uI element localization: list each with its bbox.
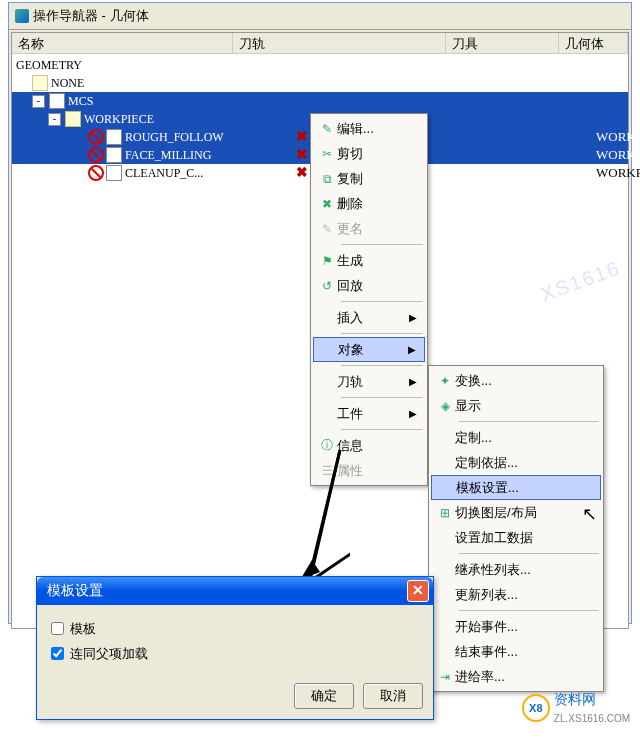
generate-icon: ⚑ <box>317 254 337 268</box>
watermark: X8 资料网 ZL.XS1616.COM <box>522 691 630 725</box>
column-headers: 名称 刀轨 刀具 几何体 <box>12 33 628 54</box>
layer-icon: ⊞ <box>435 506 455 520</box>
traj-x-icon: ✖ <box>296 165 308 180</box>
checkbox-template[interactable]: 模板 <box>47 619 423 638</box>
collapse-icon[interactable]: - <box>32 95 45 108</box>
menu-separator <box>341 244 423 245</box>
submenu-customize-based[interactable]: 定制依据... <box>431 450 601 475</box>
menu-rename: ✎更名 <box>313 216 425 241</box>
menu-workpiece[interactable]: 工件▶ <box>313 401 425 426</box>
menu-separator <box>341 301 423 302</box>
menu-copy[interactable]: ⧉复制 <box>313 166 425 191</box>
menu-edit[interactable]: ✎编辑... <box>313 116 425 141</box>
tree-row-none[interactable]: NONE <box>12 74 628 92</box>
col-tool[interactable]: 刀具 <box>446 33 559 53</box>
menu-properties: ☰属性 <box>313 458 425 483</box>
submenu-arrow-icon: ▶ <box>409 376 417 387</box>
submenu-transform[interactable]: ✦变换... <box>431 368 601 393</box>
menu-cut[interactable]: ✂剪切 <box>313 141 425 166</box>
submenu-start-event[interactable]: 开始事件... <box>431 614 601 639</box>
col-geometry[interactable]: 几何体 <box>559 33 628 53</box>
menu-separator <box>459 421 599 422</box>
edit-icon: ✎ <box>317 122 337 136</box>
menu-separator <box>341 429 423 430</box>
forbidden-icon <box>88 129 104 145</box>
close-button[interactable]: ✕ <box>407 580 429 602</box>
rename-icon: ✎ <box>317 222 337 236</box>
op-label: FACE_MILLING <box>125 146 211 164</box>
submenu-display[interactable]: ◈显示 <box>431 393 601 418</box>
dialog-body: 模板 连同父项加载 <box>37 605 433 677</box>
traj-x-icon: ✖ <box>296 147 308 162</box>
op-label: ROUGH_FOLLOW <box>125 128 224 146</box>
dialog-title: 模板设置 <box>47 582 103 600</box>
workpiece-label: WORKPIECE <box>84 110 154 128</box>
submenu-template-settings[interactable]: 模板设置... <box>431 475 601 500</box>
none-label: NONE <box>51 74 84 92</box>
submenu-arrow-icon: ▶ <box>409 408 417 419</box>
props-icon: ☰ <box>317 464 337 478</box>
menu-generate[interactable]: ⚑生成 <box>313 248 425 273</box>
watermark-logo-icon: X8 <box>522 694 550 722</box>
menu-separator <box>341 365 423 366</box>
copy-icon: ⧉ <box>317 172 337 186</box>
menu-delete[interactable]: ✖删除 <box>313 191 425 216</box>
delete-icon: ✖ <box>317 197 337 211</box>
menu-replay[interactable]: ↺回放 <box>313 273 425 298</box>
menu-toolpath[interactable]: 刀轨▶ <box>313 369 425 394</box>
submenu-arrow-icon: ▶ <box>408 344 416 355</box>
dialog-titlebar[interactable]: 模板设置 ✕ <box>37 577 433 605</box>
mcs-icon <box>49 93 65 109</box>
submenu-feedrate[interactable]: ⇥进给率... <box>431 664 601 689</box>
context-menu: ✎编辑... ✂剪切 ⧉复制 ✖删除 ✎更名 ⚑生成 ↺回放 插入▶ 对象▶ 刀… <box>310 113 428 486</box>
window-titlebar: 操作导航器 - 几何体 <box>9 3 631 30</box>
display-icon: ◈ <box>435 399 455 413</box>
checkbox-template-input[interactable] <box>51 622 64 635</box>
menu-separator <box>459 553 599 554</box>
watermark-site: 资料网 <box>554 691 596 707</box>
mcs-label: MCS <box>68 92 93 110</box>
dialog-buttons: 确定 取消 <box>37 677 433 719</box>
cancel-button[interactable]: 取消 <box>363 683 423 709</box>
submenu-switch-layer[interactable]: ⊞切换图层/布局 <box>431 500 601 525</box>
none-icon <box>32 75 48 91</box>
op-geom: WORKPIECE <box>596 128 640 146</box>
submenu-set-machining[interactable]: 设置加工数据 <box>431 525 601 550</box>
workpiece-icon <box>65 111 81 127</box>
forbidden-icon <box>88 165 104 181</box>
menu-separator <box>459 610 599 611</box>
transform-icon: ✦ <box>435 374 455 388</box>
traj-x-icon: ✖ <box>296 129 308 144</box>
op-label: CLEANUP_C... <box>125 164 203 182</box>
forbidden-icon <box>88 147 104 163</box>
submenu-customize[interactable]: 定制... <box>431 425 601 450</box>
col-name[interactable]: 名称 <box>12 33 233 53</box>
submenu-inherit-list[interactable]: 继承性列表... <box>431 557 601 582</box>
tree-row-mcs[interactable]: -MCS <box>12 92 628 110</box>
replay-icon: ↺ <box>317 279 337 293</box>
op-icon <box>106 165 122 181</box>
op-icon <box>106 129 122 145</box>
submenu-end-event[interactable]: 结束事件... <box>431 639 601 664</box>
template-settings-dialog: 模板设置 ✕ 模板 连同父项加载 确定 取消 <box>36 576 434 720</box>
feedrate-icon: ⇥ <box>435 670 455 684</box>
tree-row-geometry[interactable]: GEOMETRY <box>12 56 628 74</box>
menu-info[interactable]: ⓘ信息 <box>313 433 425 458</box>
checkbox-load-input[interactable] <box>51 647 64 660</box>
op-geom: WORKPIECE <box>596 164 640 182</box>
op-geom: WORKPIECE <box>596 146 640 164</box>
menu-separator <box>341 397 423 398</box>
menu-separator <box>341 333 423 334</box>
submenu-arrow-icon: ▶ <box>409 312 417 323</box>
geometry-label: GEOMETRY <box>16 56 82 74</box>
cut-icon: ✂ <box>317 147 337 161</box>
checkbox-load-with-parent[interactable]: 连同父项加载 <box>47 644 423 663</box>
op-icon <box>106 147 122 163</box>
menu-insert[interactable]: 插入▶ <box>313 305 425 330</box>
menu-object[interactable]: 对象▶ <box>313 337 425 362</box>
ok-button[interactable]: 确定 <box>294 683 354 709</box>
collapse-icon[interactable]: - <box>48 113 61 126</box>
submenu-update-list[interactable]: 更新列表... <box>431 582 601 607</box>
col-toolpath[interactable]: 刀轨 <box>233 33 446 53</box>
window-title: 操作导航器 - 几何体 <box>33 7 149 25</box>
